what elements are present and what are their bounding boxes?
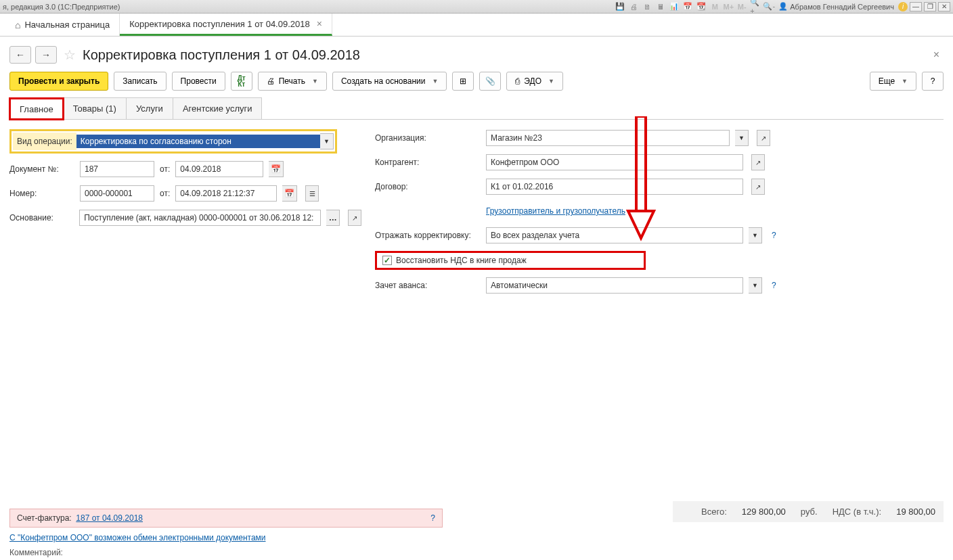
chevron-down-icon: ▼ bbox=[548, 78, 554, 85]
contragent-input[interactable]: Конфетпром ООО bbox=[486, 154, 743, 170]
chevron-down-icon: ▼ bbox=[312, 78, 318, 85]
tab-main[interactable]: Главное bbox=[9, 98, 64, 120]
invoice-link[interactable]: 187 от 04.09.2018 bbox=[76, 513, 143, 523]
basis-input[interactable]: Поступление (акт, накладная) 0000-000001… bbox=[79, 210, 321, 226]
printer-icon: 🖨 bbox=[267, 76, 275, 86]
totals-bar: Всего: 129 800,00 руб. НДС (в т.ч.): 19 … bbox=[673, 501, 944, 522]
currency-label: руб. bbox=[801, 507, 818, 517]
user-name: Абрамов Геннадий Сергеевич bbox=[790, 3, 894, 11]
home-icon: ⌂ bbox=[15, 20, 20, 30]
create-based-button[interactable]: Создать на основании ▼ bbox=[332, 72, 447, 91]
tb-save-icon[interactable]: 💾 bbox=[615, 1, 625, 12]
tb-m-icon[interactable]: M bbox=[709, 1, 720, 12]
tb-zoom-in-icon[interactable]: 🔍+ bbox=[750, 1, 761, 12]
invoice-row: Счет-фактура: 187 от 04.09.2018 ? bbox=[9, 509, 443, 528]
number-from-label: от: bbox=[160, 189, 170, 198]
tab-services[interactable]: Услуги bbox=[126, 97, 173, 119]
page-close-button[interactable]: × bbox=[933, 49, 939, 61]
doc-no-input[interactable]: 187 bbox=[80, 161, 154, 177]
print-button[interactable]: 🖨 Печать ▼ bbox=[258, 72, 327, 91]
tab-goods[interactable]: Товары (1) bbox=[63, 97, 127, 119]
tb-mplus-icon[interactable]: M+ bbox=[723, 1, 734, 12]
restore-nds-highlight: Восстановить НДС в книге продаж bbox=[375, 251, 646, 270]
tab-agent[interactable]: Агентские услуги bbox=[173, 97, 263, 119]
user-menu[interactable]: 👤 Абрамов Геннадий Сергеевич bbox=[778, 2, 894, 11]
advance-dropdown[interactable]: ▼ bbox=[749, 277, 762, 294]
tb-mminus-icon[interactable]: M- bbox=[736, 1, 747, 12]
reflect-input[interactable]: Во всех разделах учета bbox=[486, 227, 743, 243]
dtkt-button[interactable]: ДтКт bbox=[231, 72, 252, 91]
nav-doc[interactable]: Корректировка поступления 1 от 04.09.201… bbox=[120, 14, 332, 36]
operation-type-value[interactable]: Корректировка по согласованию сторон bbox=[76, 135, 320, 148]
basis-open-button[interactable]: ↗ bbox=[348, 210, 361, 226]
restore-nds-checkbox[interactable] bbox=[382, 256, 392, 265]
post-button[interactable]: Провести bbox=[172, 72, 225, 91]
operation-type-dropdown[interactable]: ▼ bbox=[320, 133, 334, 149]
reflect-help[interactable]: ? bbox=[772, 231, 776, 240]
advance-label: Зачет аванса: bbox=[375, 281, 481, 290]
contragent-open-button[interactable]: ↗ bbox=[751, 154, 765, 170]
nds-value: 19 800,00 bbox=[896, 507, 935, 517]
nav-home-label: Начальная страница bbox=[24, 20, 110, 30]
basis-label: Основание: bbox=[9, 213, 74, 223]
restore-nds-label: Восстановить НДС в книге продаж bbox=[396, 256, 527, 265]
number-input[interactable]: 0000-000001 bbox=[80, 185, 154, 202]
tb-date-icon[interactable]: 📆 bbox=[696, 1, 707, 12]
close-window-button[interactable]: ✕ bbox=[938, 2, 950, 11]
invoice-help[interactable]: ? bbox=[430, 513, 435, 523]
number-label: Номер: bbox=[9, 189, 74, 198]
tb-calc-icon[interactable]: 🖩 bbox=[655, 1, 666, 12]
edo-button[interactable]: ⎙ ЭДО ▼ bbox=[506, 72, 563, 91]
doc-from-label: от: bbox=[160, 164, 170, 174]
restore-button[interactable]: ❐ bbox=[924, 2, 936, 11]
comment-label: Комментарий: bbox=[9, 548, 63, 557]
basis-ellipsis[interactable]: … bbox=[326, 210, 340, 226]
shipper-link[interactable]: Грузоотправитель и грузополучатель bbox=[486, 206, 625, 216]
number-extra-button[interactable]: ☰ bbox=[305, 185, 319, 202]
number-datetime-input[interactable]: 04.09.2018 21:12:37 bbox=[175, 185, 277, 202]
info-icon[interactable]: i bbox=[898, 2, 908, 11]
org-input[interactable]: Магазин №23 bbox=[486, 130, 730, 146]
post-and-close-button[interactable]: Провести и закрыть bbox=[9, 72, 108, 91]
back-button[interactable]: ← bbox=[9, 46, 31, 64]
reflect-dropdown[interactable]: ▼ bbox=[749, 227, 762, 243]
doc-date-calendar[interactable]: 📅 bbox=[269, 161, 284, 177]
app-title: я, редакция 3.0 (1С:Предприятие) bbox=[3, 3, 120, 11]
page-title: Корректировка поступления 1 от 04.09.201… bbox=[83, 47, 360, 63]
forward-button[interactable]: → bbox=[35, 46, 57, 64]
contract-label: Договор: bbox=[375, 182, 481, 191]
tb-zoom-out-icon[interactable]: 🔍- bbox=[763, 1, 774, 12]
doc-no-label: Документ №: bbox=[9, 164, 74, 174]
structure-button[interactable]: ⊞ bbox=[452, 72, 474, 91]
favorite-icon[interactable]: ☆ bbox=[64, 47, 76, 63]
invoice-label: Счет-фактура: bbox=[17, 513, 72, 523]
user-icon: 👤 bbox=[778, 2, 788, 11]
nav-doc-close[interactable]: × bbox=[317, 18, 322, 29]
edo-icon: ⎙ bbox=[515, 76, 520, 86]
advance-input[interactable]: Автоматически bbox=[486, 277, 743, 294]
tb-report-icon[interactable]: 📊 bbox=[669, 1, 680, 12]
nav-home[interactable]: ⌂ Начальная страница bbox=[5, 14, 120, 36]
nds-label: НДС (в т.ч.): bbox=[833, 507, 882, 517]
tb-print-icon[interactable]: 🖨 bbox=[628, 1, 639, 12]
more-button[interactable]: Еще ▼ bbox=[870, 72, 916, 91]
org-label: Организация: bbox=[375, 133, 481, 143]
number-datetime-calendar[interactable]: 📅 bbox=[282, 185, 297, 202]
save-button[interactable]: Записать bbox=[114, 72, 166, 91]
chevron-down-icon: ▼ bbox=[902, 78, 908, 85]
contract-open-button[interactable]: ↗ bbox=[751, 179, 765, 195]
attach-button[interactable]: 📎 bbox=[479, 72, 501, 91]
total-value: 129 800,00 bbox=[742, 507, 786, 517]
edo-note-link[interactable]: С "Конфетпром ООО" возможен обмен электр… bbox=[9, 533, 266, 542]
tb-doc-icon[interactable]: 🗎 bbox=[642, 1, 652, 12]
contract-input[interactable]: К1 от 01.02.2016 bbox=[486, 179, 743, 195]
tb-calendar-icon[interactable]: 📅 bbox=[682, 1, 693, 12]
org-open-button[interactable]: ↗ bbox=[757, 130, 770, 146]
total-label: Всего: bbox=[701, 507, 727, 517]
nav-doc-label: Корректировка поступления 1 от 04.09.201… bbox=[129, 19, 309, 29]
minimize-button[interactable]: — bbox=[910, 2, 922, 11]
org-dropdown[interactable]: ▼ bbox=[735, 130, 749, 146]
advance-help[interactable]: ? bbox=[772, 281, 776, 290]
doc-date-input[interactable]: 04.09.2018 bbox=[175, 161, 263, 177]
help-button[interactable]: ? bbox=[922, 72, 944, 91]
